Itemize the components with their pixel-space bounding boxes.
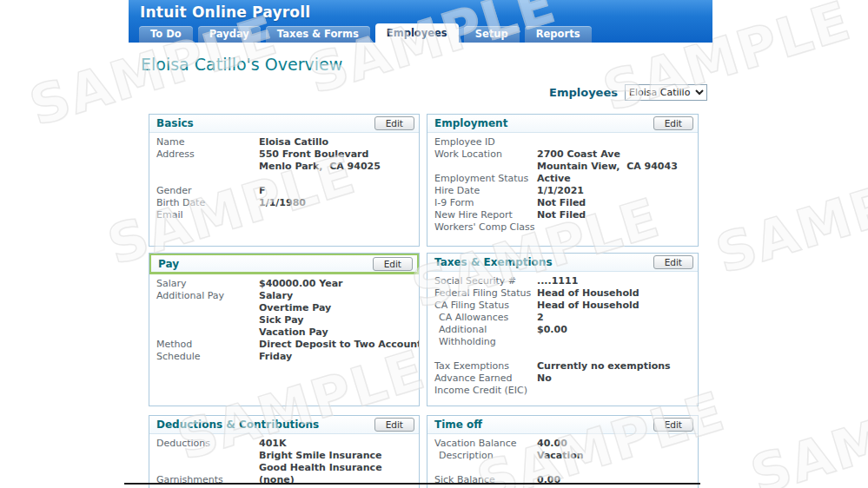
- field-label: Workers' Comp Class: [427, 221, 537, 234]
- panel-basics: Basics Edit NameEloisa CatilloAddress550…: [149, 114, 420, 247]
- field-row: Workers' Comp Class: [427, 221, 698, 234]
- panel-deductions-body: Deductions401K Bright Smile Insurance Go…: [149, 434, 419, 488]
- basics-edit-button[interactable]: Edit: [374, 116, 414, 130]
- field-row: Employment StatusActive: [427, 173, 698, 185]
- sample-watermark: SAMPLE: [744, 373, 868, 488]
- page-title: Eloisa Catillo's Overview: [141, 55, 342, 74]
- panel-basics-title: Basics: [156, 117, 194, 129]
- field-row: NameEloisa Catillo: [149, 136, 419, 148]
- panel-employment: Employment Edit Employee IDWork Location…: [427, 114, 699, 247]
- nav-tabs: To DoPaydayTaxes & FormsEmployeesSetupRe…: [139, 23, 597, 43]
- deductions-edit-button[interactable]: Edit: [374, 418, 414, 432]
- employees-label: Employees: [549, 86, 618, 99]
- field-value: 1/1/1980: [259, 197, 306, 209]
- pay-edit-button[interactable]: Edit: [373, 257, 413, 271]
- field-row: MethodDirect Deposit to Two Accounts: [149, 339, 419, 351]
- tab-employees[interactable]: Employees: [375, 23, 459, 43]
- spacer-row: [149, 173, 419, 185]
- field-value: ....1111: [537, 275, 578, 287]
- field-value: Not Filed: [537, 197, 586, 209]
- field-label: Gender: [149, 185, 259, 197]
- spacer-row: [427, 462, 698, 474]
- field-value: Head of Household: [537, 287, 639, 300]
- field-row: GenderF: [149, 185, 419, 197]
- panel-employment-body: Employee IDWork Location2700 Coast Ave M…: [427, 133, 698, 234]
- field-label: Hire Date: [427, 185, 537, 197]
- field-value: Vacation: [537, 450, 584, 462]
- field-label: CA Allowances: [427, 312, 537, 324]
- field-value: 2700 Coast Ave Mountain View, CA 94043: [537, 148, 678, 173]
- field-label: Tax Exemptions: [427, 360, 537, 373]
- field-row: Deductions401K Bright Smile Insurance Go…: [149, 438, 419, 474]
- field-label: Method: [149, 339, 259, 351]
- panel-employment-header: Employment Edit: [427, 115, 698, 133]
- field-row: Hire Date1/1/2021: [427, 185, 698, 197]
- tab-taxes-forms[interactable]: Taxes & Forms: [266, 26, 370, 43]
- panel-pay-header-highlighted: Pay Edit: [149, 253, 420, 274]
- field-value: $0.00: [537, 324, 567, 348]
- field-row: I-9 FormNot Filed: [427, 197, 698, 209]
- taxes-edit-button[interactable]: Edit: [653, 255, 693, 269]
- panel-pay-body: Salary$40000.00 YearAdditional PaySalary…: [149, 274, 419, 363]
- panel-timeoff-body: Vacation Balance40.00DescriptionVacation…: [427, 434, 698, 488]
- field-row: CA Allowances2: [427, 312, 698, 324]
- field-value: 1/1/2021: [537, 185, 584, 197]
- field-label: Deductions: [149, 438, 259, 474]
- field-label: CA Filing Status: [427, 300, 537, 312]
- field-value: F: [259, 185, 266, 197]
- field-value: $40000.00 Year: [259, 278, 343, 290]
- field-value: No: [537, 373, 552, 397]
- field-label: Additional Pay: [149, 290, 259, 339]
- field-label: Birth Date: [149, 197, 259, 209]
- field-row: Additional Withholding$0.00: [427, 324, 698, 348]
- field-row: Address550 Front Boulevard Menlo Park, C…: [149, 148, 419, 173]
- field-row: Federal Filing StatusHead of Household: [427, 287, 698, 300]
- field-value: 2: [537, 312, 544, 324]
- app-header: Intuit Online Payroll To DoPaydayTaxes &…: [129, 0, 712, 43]
- employment-edit-button[interactable]: Edit: [653, 116, 693, 130]
- employee-selector-row: Employees Eloisa Catillo: [129, 84, 707, 101]
- panel-basics-header: Basics Edit: [149, 115, 419, 133]
- tab-reports[interactable]: Reports: [525, 26, 592, 43]
- field-value: Salary Overtime Pay Sick Pay Vacation Pa…: [259, 290, 331, 339]
- tab-to-do[interactable]: To Do: [139, 26, 193, 43]
- field-row: Salary$40000.00 Year: [149, 278, 419, 290]
- field-row: Work Location2700 Coast Ave Mountain Vie…: [427, 148, 698, 173]
- app-title: Intuit Online Payroll: [140, 3, 310, 21]
- timeoff-edit-button[interactable]: Edit: [653, 418, 693, 432]
- field-label: Work Location: [427, 148, 537, 173]
- field-label: Vacation Balance: [427, 438, 537, 450]
- field-row: Email: [149, 209, 419, 221]
- tab-payday[interactable]: Payday: [198, 26, 261, 43]
- sample-watermark: SAMPLE: [709, 151, 868, 287]
- field-row: Vacation Balance40.00: [427, 438, 698, 450]
- field-value: 40.00: [537, 438, 567, 450]
- field-row: Birth Date1/1/1980: [149, 197, 419, 209]
- panel-taxes-body: Social Security #....1111Federal Filing …: [427, 272, 698, 397]
- panel-taxes-title: Taxes & Exemptions: [434, 256, 553, 268]
- field-row: Advance Earned Income Credit (EIC)No: [427, 373, 698, 397]
- field-row: ScheduleFriday: [149, 351, 419, 363]
- panel-deductions-contributions: Deductions & Contributions Edit Deductio…: [149, 415, 420, 488]
- field-row: CA Filing StatusHead of Household: [427, 300, 698, 312]
- field-value: Head of Household: [537, 300, 639, 312]
- spacer-row: [427, 348, 698, 360]
- field-label: I-9 Form: [427, 197, 537, 209]
- field-label: Employee ID: [427, 136, 537, 148]
- field-label: Schedule: [149, 351, 259, 363]
- field-label: Email: [149, 209, 259, 221]
- field-row: Employee ID: [427, 136, 698, 148]
- field-value: Friday: [259, 351, 292, 363]
- field-label: Federal Filing Status: [427, 287, 537, 300]
- field-label: New Hire Report: [427, 209, 537, 221]
- panel-taxes-exemptions: Taxes & Exemptions Edit Social Security …: [427, 253, 699, 406]
- field-row: Social Security #....1111: [427, 275, 698, 287]
- field-value: Direct Deposit to Two Accounts: [259, 339, 420, 351]
- panel-timeoff-header: Time off Edit: [427, 416, 698, 434]
- employee-select[interactable]: Eloisa Catillo: [625, 84, 707, 101]
- bottom-crop-line: [124, 483, 700, 485]
- field-value: 550 Front Boulevard Menlo Park, CA 94025: [259, 148, 381, 173]
- field-value: Not Filed: [537, 209, 586, 221]
- tab-setup[interactable]: Setup: [464, 26, 520, 43]
- field-value: 401K Bright Smile Insurance Good Health …: [259, 438, 382, 474]
